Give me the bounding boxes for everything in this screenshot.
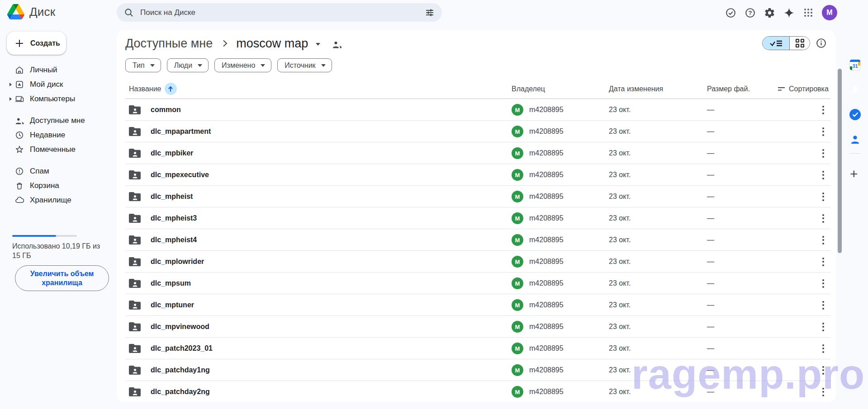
create-button[interactable]: Создать — [7, 32, 66, 55]
expand-caret-icon[interactable] — [9, 83, 12, 86]
sidebar-item[interactable]: Корзина — [0, 179, 117, 193]
vertical-scrollbar[interactable] — [838, 69, 842, 253]
shared-with-me-icon — [15, 116, 24, 125]
row-menu-button[interactable] — [816, 273, 830, 294]
shared-folder-icon — [129, 316, 141, 338]
contacts-icon[interactable] — [849, 134, 861, 145]
row-menu-button[interactable] — [816, 229, 830, 251]
upgrade-storage-button[interactable]: Увеличить объем хранилища — [15, 265, 109, 291]
breadcrumb-parent[interactable]: Доступные мне — [125, 37, 213, 51]
owner-avatar: M — [512, 147, 523, 159]
add-panel-app-icon[interactable]: + — [850, 166, 858, 182]
file-name: dlc_mptuner — [151, 294, 194, 316]
file-size: — — [707, 164, 714, 186]
file-list-panel: Доступные мне moscow map — [117, 30, 836, 402]
grid-view-button[interactable] — [789, 37, 810, 50]
sidebar-item[interactable]: Компьютеры — [0, 92, 117, 106]
chevron-right-icon — [220, 38, 230, 48]
table-row[interactable]: dlc_mpheist M m4208895 23 окт. — — [125, 186, 830, 207]
settings-icon[interactable] — [764, 7, 775, 19]
sort-ascending-icon[interactable] — [165, 83, 177, 95]
table-row[interactable]: dlc_patchday1ng M m4208895 23 окт. — — [125, 359, 830, 381]
offline-status-icon[interactable] — [725, 7, 736, 19]
sidebar-item[interactable]: Мой диск — [0, 77, 117, 92]
gemini-spark-icon[interactable] — [783, 7, 795, 19]
file-name: dlc_patchday2ng — [151, 381, 210, 403]
column-header-modified[interactable]: Дата изменения — [609, 79, 663, 99]
table-row[interactable]: dlc_mpvinewood M m4208895 23 окт. — — [125, 316, 830, 338]
account-avatar[interactable]: M — [822, 5, 837, 20]
row-menu-button[interactable] — [816, 207, 830, 229]
search-options-icon[interactable] — [425, 8, 435, 18]
table-row[interactable]: dlc_mpapartment M m4208895 23 окт. — — [125, 121, 830, 142]
breadcrumb-current-folder[interactable]: moscow map — [236, 37, 308, 51]
row-menu-button[interactable] — [816, 99, 830, 121]
row-menu-button[interactable] — [816, 164, 830, 186]
row-menu-button[interactable] — [816, 186, 830, 207]
sidebar-item[interactable]: Доступные мне — [0, 113, 117, 128]
filter-chip-label: Изменено — [222, 61, 255, 70]
details-info-icon[interactable] — [816, 38, 827, 49]
list-view-button[interactable] — [763, 37, 789, 50]
tasks-icon[interactable] — [849, 109, 861, 120]
sidebar-item[interactable]: Спам — [0, 164, 117, 179]
my-drive-icon — [15, 80, 24, 89]
table-row[interactable]: common M m4208895 23 окт. — — [125, 99, 830, 121]
filter-chip[interactable]: Изменено — [214, 58, 271, 72]
keep-icon[interactable] — [849, 84, 861, 95]
column-header-size[interactable]: Размер фай. — [707, 79, 750, 99]
shared-folder-icon — [129, 273, 141, 294]
owner-avatar: M — [512, 277, 523, 289]
shared-folder-icon — [129, 142, 141, 164]
table-row[interactable]: dlc_mpbiker M m4208895 23 окт. — — [125, 142, 830, 164]
row-menu-button[interactable] — [816, 316, 830, 338]
table-row[interactable]: dlc_patchday2ng M m4208895 23 окт. — — [125, 381, 830, 403]
row-menu-button[interactable] — [816, 359, 830, 381]
modified-date: 23 окт. — [609, 359, 631, 381]
column-header-owner[interactable]: Владелец — [512, 79, 545, 99]
sidebar-item[interactable]: Личный — [0, 63, 117, 77]
row-menu-button[interactable] — [816, 121, 830, 142]
search-input[interactable]: Поиск на Диске — [140, 8, 418, 17]
file-name: dlc_mpapartment — [151, 121, 211, 142]
search-bar[interactable]: Поиск на Диске — [117, 3, 442, 22]
row-menu-button[interactable] — [816, 338, 830, 359]
filter-chip[interactable]: Люди — [167, 58, 209, 72]
table-row[interactable]: dlc_mpheist3 M m4208895 23 окт. — — [125, 207, 830, 229]
google-apps-icon[interactable] — [802, 7, 814, 19]
file-size: — — [707, 316, 714, 338]
svg-text:?: ? — [748, 9, 752, 16]
folder-menu-caret-icon[interactable] — [316, 43, 320, 46]
owner-name: m4208895 — [529, 359, 564, 381]
owner-name: m4208895 — [529, 338, 564, 359]
filter-chip[interactable]: Источник — [277, 58, 332, 72]
shared-folder-icon — [129, 294, 141, 316]
sidebar-item[interactable]: Хранилище — [0, 193, 117, 207]
row-menu-button[interactable] — [816, 294, 830, 316]
calendar-icon[interactable]: 31 — [849, 59, 861, 71]
table-row[interactable]: dlc_mpexecutive M m4208895 23 окт. — — [125, 164, 830, 186]
row-menu-button[interactable] — [816, 251, 830, 273]
modified-date: 23 окт. — [609, 142, 631, 164]
owner-name: m4208895 — [529, 186, 564, 207]
sidebar-item[interactable]: Помеченные — [0, 142, 117, 157]
sidebar-item-label: Корзина — [30, 181, 59, 190]
table-row[interactable]: dlc_mplowrider M m4208895 23 окт. — — [125, 251, 830, 273]
table-row[interactable]: dlc_mptuner M m4208895 23 окт. — — [125, 294, 830, 316]
table-row[interactable]: dlc_mpheist4 M m4208895 23 окт. — — [125, 229, 830, 251]
modified-date: 23 окт. — [609, 207, 631, 229]
sidebar-item[interactable]: Недавние — [0, 128, 117, 142]
expand-caret-icon[interactable] — [9, 97, 12, 101]
row-menu-button[interactable] — [816, 381, 830, 403]
row-menu-button[interactable] — [816, 142, 830, 164]
table-row[interactable]: dlc_mpsum M m4208895 23 окт. — — [125, 273, 830, 294]
file-size: — — [707, 229, 714, 251]
table-row[interactable]: dlc_patch2023_01 M m4208895 23 окт. — — [125, 338, 830, 359]
sort-options-button[interactable]: Сортировка — [777, 79, 829, 99]
help-icon[interactable]: ? — [744, 7, 756, 19]
spam-icon — [15, 167, 24, 176]
modified-date: 23 окт. — [609, 186, 631, 207]
column-header-name[interactable]: Название — [129, 79, 177, 99]
drive-brand[interactable]: Диск — [7, 4, 55, 19]
filter-chip[interactable]: Тип — [125, 58, 161, 72]
